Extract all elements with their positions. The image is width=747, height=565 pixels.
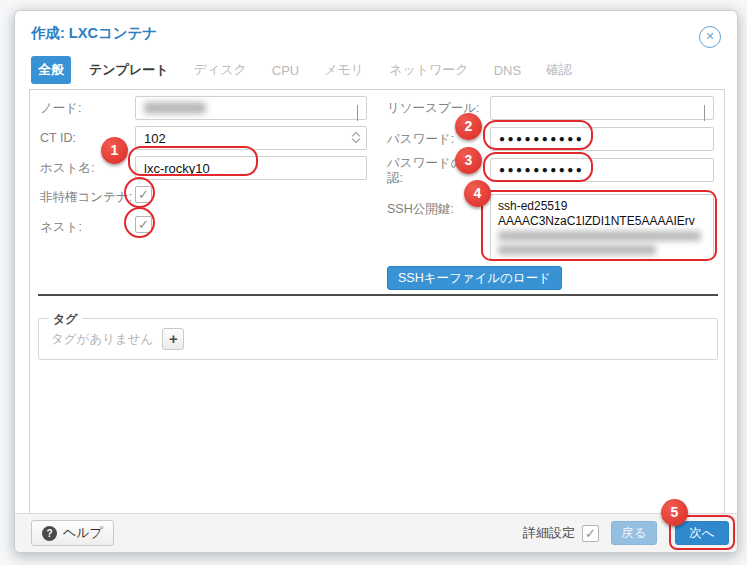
confirm-masked-value: ●●●●●●●●●● <box>499 164 584 175</box>
ctid-value: 102 <box>144 131 166 146</box>
nesting-label: ネスト: <box>40 220 82 235</box>
check-icon: ✓ <box>138 217 149 232</box>
advanced-divider <box>38 294 718 296</box>
hostname-input[interactable]: lxc-rocky10 <box>135 156 367 180</box>
help-icon: ? <box>42 526 57 541</box>
sshkey-line1: ssh-ed25519 <box>498 199 706 214</box>
add-tag-button[interactable]: + <box>162 328 184 350</box>
nesting-checkbox[interactable]: ✓ <box>135 216 152 233</box>
back-button: 戻る <box>611 521 657 545</box>
advanced-label: 詳細設定 <box>523 524 575 542</box>
tab-template[interactable]: テンプレート <box>82 56 176 84</box>
wizard-tabs: 全般 テンプレート ディスク CPU メモリ ネットワーク DNS 確認 <box>31 57 590 83</box>
sshkey-redacted-line <box>498 245 656 255</box>
unprivileged-label: 非特権コンテナ: <box>40 190 136 205</box>
check-icon: ✓ <box>585 526 596 541</box>
tags-legend: タグ <box>49 311 82 328</box>
plus-icon: + <box>169 330 178 347</box>
confirm-password-label: パスワードの確認: <box>387 156 487 186</box>
form-panel: ノード: CT ID: 102 ホスト名: lxc-rocky10 非特権コンテ… <box>29 89 725 514</box>
tab-general[interactable]: 全般 <box>31 56 71 84</box>
node-label: ノード: <box>40 101 82 116</box>
check-icon: ✓ <box>138 187 149 202</box>
tab-memory: メモリ <box>317 56 371 84</box>
unprivileged-checkbox[interactable]: ✓ <box>135 186 152 203</box>
help-label: ヘルプ <box>63 524 103 542</box>
close-icon[interactable]: ✕ <box>699 26 721 48</box>
advanced-checkbox[interactable]: ✓ <box>582 525 599 542</box>
load-ssh-keyfile-button[interactable]: SSHキーファイルのロード <box>387 266 562 290</box>
tab-cpu: CPU <box>265 58 306 83</box>
tab-dns: DNS <box>487 58 528 83</box>
password-label: パスワード: <box>387 132 454 147</box>
sshkey-textarea[interactable]: ssh-ed25519 AAAAC3NzaC1lZDI1NTE5AAAAIErv <box>490 194 714 260</box>
load-ssh-keyfile-label: SSHキーファイルのロード <box>398 270 551 287</box>
dialog-footer: ? ヘルプ 詳細設定 ✓ 戻る 次へ <box>15 513 737 552</box>
spinner-arrows-icon[interactable] <box>353 130 359 142</box>
help-button[interactable]: ? ヘルプ <box>31 520 114 546</box>
next-label: 次へ <box>689 525 714 542</box>
hostname-value: lxc-rocky10 <box>144 161 210 176</box>
chevron-down-icon <box>357 105 358 121</box>
confirm-password-input[interactable]: ●●●●●●●●●● <box>490 158 714 182</box>
hostname-label: ホスト名: <box>40 161 94 176</box>
password-masked-value: ●●●●●●●●●● <box>499 133 584 144</box>
tab-network: ネットワーク <box>382 56 476 84</box>
create-lxc-dialog: 作成: LXCコンテナ ✕ 全般 テンプレート ディスク CPU メモリ ネット… <box>14 10 738 553</box>
node-value-redacted <box>144 102 206 114</box>
no-tags-text: タグがありません <box>51 331 153 348</box>
chevron-down-icon <box>704 105 705 121</box>
node-combobox[interactable] <box>135 96 367 120</box>
next-button[interactable]: 次へ <box>675 521 729 545</box>
back-label: 戻る <box>621 525 646 542</box>
pool-combobox[interactable] <box>490 96 714 120</box>
tags-fieldset: タグ タグがありません + <box>38 318 718 360</box>
dialog-title: 作成: LXCコンテナ <box>31 25 157 41</box>
ctid-spinner-field[interactable]: 102 <box>135 126 367 150</box>
password-input[interactable]: ●●●●●●●●●● <box>490 127 714 151</box>
dialog-titlebar: 作成: LXCコンテナ ✕ <box>31 24 721 46</box>
sshkey-line2: AAAAC3NzaC1lZDI1NTE5AAAAIErv <box>498 214 706 229</box>
ctid-label: CT ID: <box>40 131 76 146</box>
screen: 作成: LXCコンテナ ✕ 全般 テンプレート ディスク CPU メモリ ネット… <box>0 0 747 565</box>
sshkey-label: SSH公開鍵: <box>387 202 454 217</box>
sshkey-redacted-line <box>498 231 701 241</box>
tab-disks: ディスク <box>187 56 254 84</box>
pool-label: リソースプール: <box>387 101 479 116</box>
tab-confirm: 確認 <box>539 56 579 84</box>
